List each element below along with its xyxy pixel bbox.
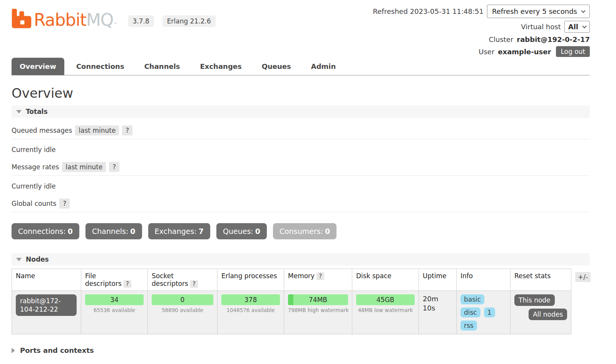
global-counters: Connections:0 Channels:0 Exchanges:7 Que… bbox=[12, 223, 590, 239]
refresh-interval-select[interactable]: Refresh every 5 seconds bbox=[487, 5, 590, 18]
triangle-right-icon bbox=[12, 348, 15, 353]
refreshed-timestamp: Refreshed 2023-05-31 11:48:51 bbox=[373, 7, 484, 15]
rabbitmq-logo[interactable]: RabbitMQ™ 3.7.8 Erlang 21.2.6 bbox=[12, 8, 216, 28]
col-uptime: Uptime bbox=[419, 269, 457, 291]
fd-help-icon[interactable]: ? bbox=[124, 280, 131, 288]
sd-help-icon[interactable]: ? bbox=[190, 280, 198, 288]
user-label: User bbox=[479, 48, 494, 56]
memory-used-segment bbox=[288, 294, 293, 305]
reset-this-node-button[interactable]: This node bbox=[514, 294, 555, 306]
page-title: Overview bbox=[12, 85, 590, 101]
user-name: example-user bbox=[498, 48, 551, 56]
version-badge: 3.7.8 bbox=[128, 15, 154, 27]
col-memory: Memory? bbox=[284, 269, 352, 291]
info-badge-1: 1 bbox=[484, 307, 495, 317]
memory-help-icon[interactable]: ? bbox=[316, 272, 324, 280]
message-rates-row: Message rates last minute ? bbox=[12, 154, 590, 176]
erlang-processes-bar: 378 bbox=[221, 294, 280, 305]
erlang-version-badge: Erlang 21.2.6 bbox=[162, 15, 216, 27]
channels-counter-badge: Channels:0 bbox=[85, 223, 142, 239]
virtual-host-select[interactable]: All bbox=[564, 21, 590, 33]
column-toggle-button[interactable]: +/- bbox=[575, 272, 591, 282]
cluster-label: Cluster bbox=[489, 35, 513, 43]
memory-bar: 74MB bbox=[288, 294, 348, 305]
tab-admin[interactable]: Admin bbox=[303, 58, 344, 75]
disk-space-bar: 45GB bbox=[356, 294, 415, 305]
queued-messages-label: Queued messages bbox=[12, 127, 72, 134]
virtual-host-label: Virtual host bbox=[521, 23, 561, 31]
triangle-down-icon bbox=[16, 258, 22, 261]
rates-idle-status: Currently idle bbox=[12, 182, 590, 190]
tab-channels[interactable]: Channels bbox=[136, 58, 188, 75]
global-counts-label: Global counts bbox=[12, 200, 56, 207]
col-name: Name bbox=[12, 269, 81, 291]
logout-button[interactable]: Log out bbox=[556, 46, 590, 57]
queued-range-selector[interactable]: last minute bbox=[75, 125, 119, 135]
global-counts-row: Global counts ? bbox=[12, 191, 590, 212]
tab-exchanges[interactable]: Exchanges bbox=[192, 58, 250, 75]
nodes-table-header-row: Name File descriptors? Socket descriptor… bbox=[12, 269, 571, 291]
cluster-name: rabbit@192-0-2-17 bbox=[517, 35, 590, 43]
message-rates-label: Message rates bbox=[12, 163, 59, 171]
queued-help-icon[interactable]: ? bbox=[122, 125, 132, 135]
queued-messages-row: Queued messages last minute ? bbox=[12, 118, 590, 139]
erlang-processes-cell: 378 1048576 available bbox=[218, 291, 284, 334]
tab-connections[interactable]: Connections bbox=[68, 58, 132, 75]
file-descriptors-cell: 34 65536 available bbox=[81, 291, 148, 334]
node-name-link[interactable]: rabbit@172-104-212-22 bbox=[16, 294, 77, 316]
reset-all-nodes-button[interactable]: All nodes bbox=[529, 309, 567, 320]
consumers-counter-badge: Consumers:0 bbox=[273, 223, 336, 239]
col-socket-descriptors: Socket descriptors? bbox=[148, 269, 218, 291]
info-badge-disc: disc bbox=[460, 307, 480, 317]
info-cell: basic disc 1 rss bbox=[457, 291, 511, 334]
queued-idle-status: Currently idle bbox=[12, 146, 590, 154]
col-info: Info bbox=[457, 269, 511, 291]
global-counts-help-icon[interactable]: ? bbox=[59, 199, 70, 209]
col-file-descriptors: File descriptors? bbox=[81, 269, 148, 291]
logo-wordmark: RabbitMQ™ bbox=[34, 12, 117, 28]
node-name-cell: rabbit@172-104-212-22 bbox=[12, 291, 81, 334]
nodes-section-title: Nodes bbox=[26, 255, 49, 263]
uptime-cell: 20m 10s bbox=[419, 291, 457, 334]
col-reset-stats: Reset stats bbox=[511, 269, 571, 291]
rabbit-logo-icon bbox=[12, 8, 32, 28]
socket-descriptors-bar: 0 bbox=[152, 294, 213, 305]
header: RabbitMQ™ 3.7.8 Erlang 21.2.6 Refreshed … bbox=[0, 0, 616, 58]
tab-overview[interactable]: Overview bbox=[12, 58, 64, 75]
main-nav-tabs: Overview Connections Channels Exchanges … bbox=[12, 58, 590, 75]
chevron-down-icon bbox=[582, 24, 586, 28]
totals-section-header[interactable]: Totals bbox=[12, 105, 590, 118]
nodes-section-header[interactable]: Nodes bbox=[12, 253, 590, 265]
rates-range-selector[interactable]: last minute bbox=[62, 162, 106, 172]
triangle-down-icon bbox=[16, 110, 22, 114]
socket-descriptors-cell: 0 58890 available bbox=[148, 291, 218, 334]
info-badge-basic: basic bbox=[460, 294, 484, 304]
rates-help-icon[interactable]: ? bbox=[109, 162, 119, 172]
chevron-down-icon bbox=[581, 8, 585, 13]
exchanges-counter-badge: Exchanges:7 bbox=[148, 223, 210, 239]
col-erlang-processes: Erlang processes bbox=[218, 269, 284, 291]
connections-counter-badge: Connections:0 bbox=[12, 223, 79, 239]
disk-space-cell: 45GB 48MB low watermark bbox=[352, 291, 419, 334]
info-badge-rss: rss bbox=[460, 321, 477, 331]
totals-section-title: Totals bbox=[26, 108, 48, 115]
col-disk-space: Disk space bbox=[352, 269, 419, 291]
reset-stats-cell: This node All nodes bbox=[511, 291, 571, 334]
nodes-table: Name File descriptors? Socket descriptor… bbox=[12, 269, 571, 334]
ports-and-contexts-section[interactable]: Ports and contexts bbox=[12, 346, 590, 354]
tab-queues[interactable]: Queues bbox=[254, 58, 299, 75]
queues-counter-badge: Queues:0 bbox=[216, 223, 267, 239]
file-descriptors-bar: 34 bbox=[85, 294, 144, 305]
node-row: rabbit@172-104-212-22 34 65536 available… bbox=[12, 291, 571, 334]
memory-cell: 74MB 798MB high watermark bbox=[284, 291, 352, 334]
